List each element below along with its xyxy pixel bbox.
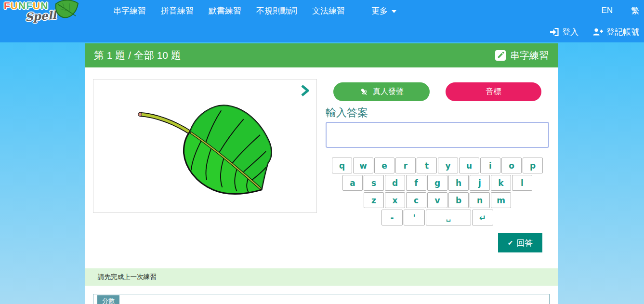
chevron-down-icon bbox=[392, 10, 396, 13]
nav-item-4[interactable]: 不規則動詞 bbox=[256, 5, 297, 16]
logo-letter: F bbox=[26, 0, 33, 11]
key-'[interactable]: ' bbox=[404, 210, 425, 225]
register-label: 登記帳號 bbox=[606, 26, 639, 38]
virtual-keyboard: qwertyuiopasdfghjklzxcvbnm-'␣↵ bbox=[326, 158, 549, 227]
key-v[interactable]: v bbox=[427, 192, 447, 208]
key-a[interactable]: a bbox=[342, 175, 363, 191]
register-link[interactable]: 登記帳號 bbox=[593, 26, 639, 38]
nav-item-1[interactable]: 串字練習 bbox=[113, 5, 146, 16]
key-b[interactable]: b bbox=[448, 192, 469, 208]
key-u[interactable]: u bbox=[459, 158, 479, 173]
lang-zh-link[interactable]: 繁 bbox=[631, 5, 639, 16]
leaf-icon bbox=[54, 0, 79, 21]
key-x[interactable]: x bbox=[385, 192, 405, 208]
top-navbar: FUNFUN Spell 串字練習拼音練習默書練習不規則動詞文法練習 更多 EN… bbox=[0, 0, 644, 42]
auth-links: 登入 登記帳號 bbox=[550, 21, 639, 42]
submit-answer-button[interactable]: ✔ 回答 bbox=[498, 233, 542, 252]
phonetic-button-label: 音標 bbox=[486, 87, 501, 97]
key-q[interactable]: q bbox=[332, 158, 352, 173]
key-i[interactable]: i bbox=[480, 158, 500, 173]
logo-letter: N bbox=[18, 0, 26, 11]
key-f[interactable]: f bbox=[406, 175, 426, 191]
practice-card: 第 1 題 / 全部 10 題 串字練習 bbox=[85, 43, 558, 304]
practice-mode: 串字練習 bbox=[495, 49, 549, 62]
logo-letter: U bbox=[11, 0, 18, 11]
voice-button[interactable]: 真人發聲 bbox=[333, 82, 430, 101]
lang-en-link[interactable]: EN bbox=[601, 6, 613, 15]
sign-in-icon bbox=[550, 28, 559, 36]
nav-item-more[interactable]: 更多 bbox=[371, 0, 396, 21]
key-o[interactable]: o bbox=[501, 158, 522, 173]
key-t[interactable]: t bbox=[417, 158, 437, 173]
answer-label: 輸入答案 bbox=[326, 106, 368, 120]
score-tab[interactable]: 分數 bbox=[97, 295, 119, 304]
practice-mode-label: 串字練習 bbox=[510, 49, 549, 62]
submit-answer-label: 回答 bbox=[516, 238, 533, 249]
question-progress: 第 1 題 / 全部 10 題 bbox=[94, 49, 181, 62]
key-y[interactable]: y bbox=[438, 158, 458, 173]
key-enter[interactable]: ↵ bbox=[472, 210, 493, 225]
key-z[interactable]: z bbox=[364, 192, 384, 208]
user-plus-icon bbox=[593, 28, 603, 36]
answer-input[interactable] bbox=[326, 122, 549, 148]
microphone-icon bbox=[359, 87, 369, 97]
key-l[interactable]: l bbox=[512, 175, 532, 191]
key-m[interactable]: m bbox=[491, 192, 511, 208]
login-link[interactable]: 登入 bbox=[550, 26, 578, 38]
question-leaf-image bbox=[131, 95, 280, 197]
key-w[interactable]: w bbox=[353, 158, 373, 173]
voice-button-label: 真人發聲 bbox=[373, 87, 404, 97]
chevron-right-icon[interactable] bbox=[301, 84, 309, 97]
key-n[interactable]: n bbox=[470, 192, 490, 208]
key-c[interactable]: c bbox=[406, 192, 426, 208]
nav-more-label: 更多 bbox=[371, 5, 388, 16]
pencil-icon bbox=[495, 50, 506, 61]
phonetic-button[interactable]: 音標 bbox=[446, 82, 541, 101]
key-e[interactable]: e bbox=[374, 158, 394, 173]
key-d[interactable]: d bbox=[385, 175, 405, 191]
key-j[interactable]: j bbox=[470, 175, 490, 191]
key-space[interactable]: ␣ bbox=[426, 210, 471, 225]
key-p[interactable]: p bbox=[523, 158, 543, 173]
key-r[interactable]: r bbox=[395, 158, 416, 173]
nav-item-2[interactable]: 拼音練習 bbox=[161, 5, 194, 16]
score-panel: 分數 bbox=[93, 294, 550, 304]
logo[interactable]: FUNFUN Spell bbox=[4, 0, 76, 30]
question-image-panel bbox=[93, 79, 317, 213]
key-g[interactable]: g bbox=[427, 175, 447, 191]
key-s[interactable]: s bbox=[364, 175, 384, 191]
key--[interactable]: - bbox=[381, 210, 403, 225]
logo-letter: F bbox=[4, 0, 11, 11]
nav-menu: 串字練習拼音練習默書練習不規則動詞文法練習 bbox=[113, 0, 360, 21]
practice-card-header: 第 1 題 / 全部 10 題 串字練習 bbox=[85, 43, 558, 67]
key-k[interactable]: k bbox=[491, 175, 511, 191]
nav-item-3[interactable]: 默書練習 bbox=[209, 5, 241, 16]
check-icon: ✔ bbox=[508, 239, 513, 247]
language-switcher: EN 繁 bbox=[601, 0, 639, 21]
nav-item-5[interactable]: 文法練習 bbox=[312, 5, 345, 16]
login-label: 登入 bbox=[562, 26, 578, 38]
notice-bar: 請先完成上一次練習 bbox=[85, 268, 558, 286]
key-h[interactable]: h bbox=[448, 175, 469, 191]
